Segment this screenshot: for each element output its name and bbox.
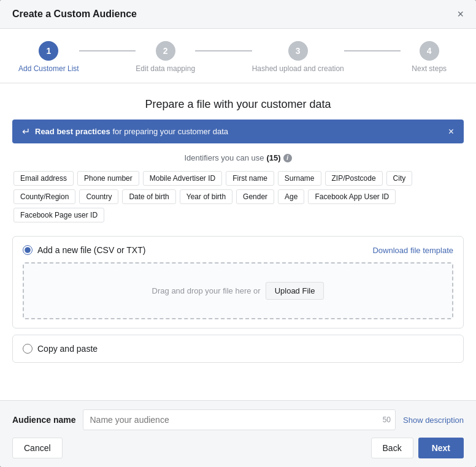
next-button[interactable]: Next — [418, 438, 464, 458]
identifier-tag: County/Region — [13, 189, 75, 204]
options-section: Add a new file (CSV or TXT) Download fil… — [12, 236, 464, 363]
identifier-tag: Phone number — [77, 171, 139, 186]
step-4-circle: 4 — [420, 41, 439, 61]
identifier-tag: Mobile Advertiser ID — [143, 171, 222, 186]
step-3-circle: 3 — [288, 41, 308, 61]
step-1-label: Add Customer List — [18, 64, 79, 73]
identifier-tag: Email address — [13, 171, 74, 186]
section-title: Prepare a file with your customer data — [12, 98, 464, 111]
connector-2-3 — [195, 50, 252, 51]
download-template-link[interactable]: Download file template — [372, 246, 453, 255]
identifiers-label: Identifiers you can use (15) i — [12, 153, 464, 162]
stepper: 1 Add Customer List 2 Edit data mapping … — [0, 29, 476, 83]
identifiers-text: Identifiers you can use — [184, 153, 264, 162]
audience-name-label: Audience name — [12, 415, 75, 425]
identifier-tag: Surname — [278, 171, 321, 186]
identifier-tag: Year of birth — [180, 189, 232, 204]
add-file-radio[interactable] — [23, 245, 33, 255]
back-button[interactable]: Back — [371, 438, 413, 458]
identifier-tag: Age — [278, 189, 304, 204]
add-file-label: Add a new file (CSV or TXT) — [37, 245, 145, 255]
add-file-header: Add a new file (CSV or TXT) Download fil… — [23, 245, 453, 255]
show-description-link[interactable]: Show description — [403, 416, 464, 425]
modal: Create a Custom Audience × 1 Add Custome… — [0, 0, 476, 467]
banner-text: Read best practices for preparing your c… — [35, 127, 228, 136]
identifier-tag: Gender — [236, 189, 274, 204]
identifier-tag: First name — [226, 171, 274, 186]
identifier-tag: Facebook Page user ID — [13, 208, 104, 222]
banner-left: ↵ Read best practices for preparing your… — [22, 126, 228, 137]
step-3: 3 Hashed upload and creation — [252, 41, 344, 73]
step-1-circle: 1 — [39, 41, 58, 61]
audience-name-row: Audience name 50 Show description — [12, 409, 464, 430]
info-icon[interactable]: i — [283, 154, 292, 162]
modal-header: Create a Custom Audience × — [0, 0, 476, 29]
dropzone-text: Drag and drop your file here or — [152, 286, 261, 295]
step-1: 1 Add Customer List — [18, 41, 79, 73]
best-practices-banner: ↵ Read best practices for preparing your… — [12, 120, 464, 143]
step-4: 4 Next steps — [401, 41, 458, 73]
modal-footer: Audience name 50 Show description Cancel… — [0, 400, 476, 467]
identifier-tag: Date of birth — [122, 189, 175, 204]
copy-paste-label: Copy and paste — [37, 344, 98, 354]
cancel-button[interactable]: Cancel — [12, 438, 63, 458]
banner-close-icon[interactable]: × — [448, 126, 454, 137]
step-2-circle: 2 — [156, 41, 175, 61]
copy-paste-radio[interactable] — [23, 344, 33, 354]
close-icon[interactable]: × — [457, 9, 464, 20]
banner-icon: ↵ — [22, 126, 30, 137]
audience-name-input[interactable] — [83, 409, 396, 430]
step-4-label: Next steps — [412, 64, 447, 73]
copy-paste-card: Copy and paste — [12, 335, 464, 363]
btn-group: Back Next — [371, 438, 464, 458]
banner-bold-text: Read best practices — [35, 127, 110, 136]
identifier-tag: ZIP/Postcode — [325, 171, 383, 186]
connector-3-4 — [344, 50, 401, 51]
connector-1-2 — [79, 50, 136, 51]
tags-container: Email addressPhone numberMobile Advertis… — [12, 170, 464, 224]
banner-normal-text: for preparing your customer data — [110, 127, 228, 136]
identifier-tag: City — [386, 171, 413, 186]
dropzone: Drag and drop your file here or Upload F… — [23, 262, 453, 319]
char-count: 50 — [383, 416, 391, 424]
modal-title: Create a Custom Audience — [12, 9, 137, 20]
identifier-tag: Facebook App User ID — [308, 189, 396, 204]
footer-buttons: Cancel Back Next — [12, 438, 464, 458]
add-file-card: Add a new file (CSV or TXT) Download fil… — [12, 236, 464, 328]
step-2-label: Edit data mapping — [136, 64, 195, 73]
audience-name-input-wrapper: 50 — [83, 409, 396, 430]
copy-paste-header: Copy and paste — [23, 344, 453, 354]
step-3-label: Hashed upload and creation — [252, 64, 344, 73]
step-2: 2 Edit data mapping — [136, 41, 195, 73]
upload-file-button[interactable]: Upload File — [266, 282, 324, 300]
modal-body: Prepare a file with your customer data ↵… — [0, 83, 476, 400]
identifiers-count: (15) — [266, 153, 280, 162]
identifier-tag: Country — [79, 189, 118, 204]
